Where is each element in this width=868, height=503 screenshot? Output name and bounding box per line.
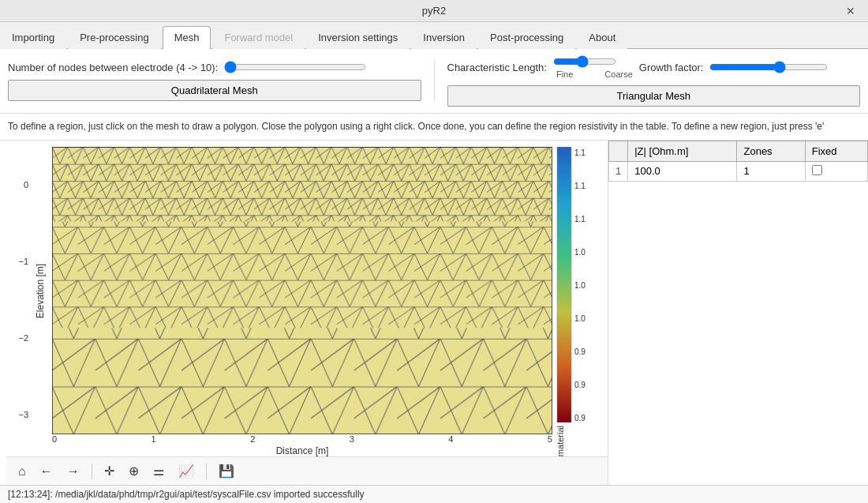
svg-rect-10 (557, 147, 571, 422)
col-zones: Zones (737, 141, 805, 161)
quad-button-row: Quadrilateral Mesh (8, 80, 421, 101)
cb-label-4: 1.0 (574, 281, 586, 290)
row-fixed-checkbox-1[interactable] (812, 165, 822, 175)
colorbar-title: material (556, 426, 604, 456)
instructions: To define a region, just click on the me… (0, 114, 868, 141)
right-controls: Characteristic Length: Fine Coarse Growt… (435, 55, 861, 107)
quad-mesh-button[interactable]: Quadrilateral Mesh (8, 80, 421, 101)
char-length-slider[interactable] (553, 55, 616, 68)
y-ticks: 0 −1 −2 −3 (6, 147, 28, 456)
zoom-button[interactable]: ⊕ (123, 460, 144, 482)
colorbar-wrap: 1.1 1.1 1.1 1.0 1.0 1.0 0.9 0.9 0.9 (556, 147, 604, 422)
x-tick-1: 1 (152, 434, 156, 444)
forward-button[interactable]: → (62, 461, 85, 482)
row-fixed-1[interactable] (805, 161, 867, 181)
triangular-button-row: Triangular Mesh (447, 85, 861, 107)
x-ticks: 0 1 2 3 4 5 (52, 434, 552, 444)
y-tick-1: −1 (6, 257, 28, 266)
col-fixed: Fixed (805, 141, 867, 161)
main-content: Number of nodes between electrode (4 -> … (0, 49, 868, 485)
cb-label-6: 0.9 (574, 347, 586, 356)
fine-coarse-labels: Fine Coarse (556, 69, 633, 79)
fine-label: Fine (556, 69, 573, 79)
tab-forward-model: Forward model (212, 26, 305, 49)
tab-post-processing[interactable]: Post-processing (478, 26, 575, 49)
plot-with-colorbar: 0 −1 −2 −3 Elevation [m] (6, 147, 608, 456)
x-tick-2: 2 (250, 434, 255, 444)
toolbar-sep-2 (206, 464, 207, 479)
tab-mesh[interactable]: Mesh (163, 26, 211, 49)
plot-with-ylabel: Elevation [m] (28, 147, 552, 434)
plot-inner: Elevation [m] (28, 147, 552, 456)
nodes-slider[interactable] (224, 61, 366, 73)
close-button[interactable]: ✕ (841, 3, 860, 19)
tab-bar: Importing Pre-processing Mesh Forward mo… (0, 22, 868, 49)
growth-factor-slider[interactable] (709, 61, 828, 73)
save-button[interactable]: 💾 (213, 460, 240, 482)
y-tick-3: −3 (6, 410, 28, 419)
status-message: [12:13:24]: /media/jkl/data/phd/tmp/r2gu… (8, 489, 365, 500)
colorbar-svg (556, 147, 573, 422)
nodes-row: Number of nodes between electrode (4 -> … (8, 61, 421, 73)
viz-area: 0 −1 −2 −3 Elevation [m] (0, 141, 868, 485)
x-tick-4: 4 (448, 434, 453, 444)
tab-importing[interactable]: Importing (0, 26, 66, 49)
cb-label-1: 1.1 (574, 182, 586, 190)
tab-inversion-settings[interactable]: Inversion settings (306, 26, 410, 49)
back-button[interactable]: ← (35, 461, 58, 482)
row-zones-1[interactable]: 1 (737, 161, 805, 181)
window-title: pyR2 (422, 5, 446, 17)
toolbar: ⌂ ← → ✛ ⊕ ⚌ 📈 💾 (6, 456, 608, 485)
y-axis-label: Elevation [m] (28, 147, 52, 434)
colorbar-labels: 1.1 1.1 1.1 1.0 1.0 1.0 0.9 0.9 0.9 (574, 147, 586, 422)
cb-label-7: 0.9 (574, 381, 586, 389)
colorbar-area: 1.1 1.1 1.1 1.0 1.0 1.0 0.9 0.9 0.9 mate… (552, 147, 608, 456)
pan-button[interactable]: ✛ (99, 460, 120, 482)
growth-factor-label: Growth factor: (639, 62, 704, 73)
chart-button[interactable]: 📈 (173, 460, 200, 482)
table-row: 1 100.0 1 (609, 161, 868, 181)
svg-rect-8 (52, 328, 552, 434)
right-panel: |Z| [Ohm.m] Zones Fixed 1 100.0 1 (608, 141, 868, 485)
cb-label-5: 1.0 (574, 314, 586, 323)
row-ohm-1[interactable]: 100.0 (628, 161, 737, 181)
cb-label-2: 1.1 (574, 215, 586, 223)
x-tick-3: 3 (350, 434, 354, 444)
cb-label-3: 1.0 (574, 248, 586, 257)
home-button[interactable]: ⌂ (13, 461, 32, 482)
status-bar: [12:13:24]: /media/jkl/data/phd/tmp/r2gu… (0, 485, 868, 503)
coarse-label: Coarse (604, 69, 632, 79)
plot-axes: 0 −1 −2 −3 Elevation [m] (6, 147, 552, 456)
svg-rect-7 (52, 221, 552, 328)
nodes-label: Number of nodes between electrode (4 -> … (8, 62, 218, 73)
cb-label-0: 1.1 (574, 148, 586, 157)
y-tick-2: −2 (6, 333, 28, 343)
x-axis-label: Distance [m] (276, 445, 329, 456)
triangular-mesh-button[interactable]: Triangular Mesh (447, 85, 861, 107)
left-controls: Number of nodes between electrode (4 -> … (8, 61, 435, 101)
tab-preprocessing[interactable]: Pre-processing (68, 26, 160, 49)
col-num (609, 141, 628, 161)
top-controls: Number of nodes between electrode (4 -> … (0, 49, 868, 114)
plot-container: 0 −1 −2 −3 Elevation [m] (0, 141, 608, 485)
mesh-plot[interactable] (52, 147, 552, 434)
row-num-1: 1 (609, 161, 628, 181)
char-length-label: Characteristic Length: (447, 62, 547, 73)
titlebar: pyR2 ✕ (0, 0, 868, 22)
region-table: |Z| [Ohm.m] Zones Fixed 1 100.0 1 (608, 141, 868, 182)
col-ohm: |Z| [Ohm.m] (628, 141, 737, 161)
settings-button[interactable]: ⚌ (148, 460, 170, 482)
char-length-row: Characteristic Length: Fine Coarse Growt… (447, 55, 861, 79)
cb-label-8: 0.9 (574, 414, 586, 422)
x-axis-area: 0 1 2 3 4 5 Distance [m] (28, 434, 552, 456)
tab-inversion[interactable]: Inversion (411, 26, 477, 49)
x-tick-0: 0 (52, 434, 57, 444)
y-tick-0: 0 (6, 180, 28, 190)
toolbar-sep-1 (92, 464, 92, 479)
svg-rect-6 (52, 147, 552, 221)
tab-about[interactable]: About (577, 26, 627, 49)
mesh-svg (52, 147, 552, 434)
